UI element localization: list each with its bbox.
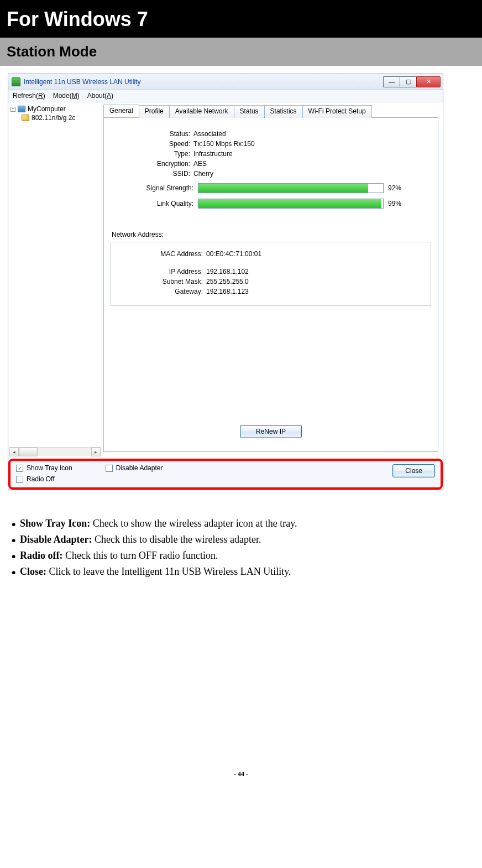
tree-horizontal-scrollbar[interactable]: ◂ ▸ <box>9 447 101 456</box>
tab-wifi-protect-setup[interactable]: Wi-Fi Protect Setup <box>302 105 372 118</box>
value-gateway: 192.168.1.123 <box>206 288 249 295</box>
label-status: Status: <box>111 130 193 138</box>
titlebar: Intelligent 11n USB Wireless LAN Utility… <box>8 74 443 90</box>
signal-strength-bar <box>198 183 384 193</box>
value-encryption: AES <box>193 160 207 168</box>
label-signal-strength: Signal Strength: <box>111 184 193 192</box>
general-panel: Status: Associated Speed: Tx:150 Mbps Rx… <box>103 118 438 452</box>
label-gateway: Gateway: <box>118 288 206 295</box>
tab-strip: General Profile Available Network Status… <box>103 105 438 118</box>
label-ssid: SSID: <box>111 170 193 178</box>
value-ssid: Cherry <box>193 170 213 178</box>
close-button[interactable]: Close <box>392 464 435 477</box>
value-speed: Tx:150 Mbps Rx:150 <box>193 140 255 148</box>
checkbox-disable-adapter[interactable]: Disable Adapter <box>106 464 163 472</box>
list-item: Close: Click to leave the Intelligent 11… <box>20 566 471 578</box>
value-type: Infrastructure <box>193 150 233 158</box>
description-list: Show Tray Icon: Check to show the wirele… <box>0 508 482 578</box>
footer-highlight-box: ✓ Show Tray Icon Radio Off Disable Adapt… <box>8 459 443 490</box>
checkbox-icon <box>106 465 113 472</box>
checkbox-icon: ✓ <box>16 465 23 472</box>
maximize-button[interactable]: ▢ <box>400 76 416 87</box>
menubar: Refresh(R) Mode(M) About(A) <box>8 90 443 102</box>
tab-profile[interactable]: Profile <box>139 105 170 118</box>
network-address-box: MAC Address: 00:E0:4C:71:00:01 IP Addres… <box>111 242 431 306</box>
list-item: Show Tray Icon: Check to show the wirele… <box>20 518 471 529</box>
window-close-button[interactable]: ✕ <box>416 76 441 87</box>
scroll-left-button[interactable]: ◂ <box>9 448 19 456</box>
tab-statistics[interactable]: Statistics <box>264 105 303 118</box>
label-type: Type: <box>111 150 193 158</box>
menu-about[interactable]: About(A) <box>87 92 113 100</box>
list-item: Radio off: Check this to turn OFF radio … <box>20 550 471 562</box>
label-subnet: Subnet Mask: <box>118 278 206 285</box>
value-mac: 00:E0:4C:71:00:01 <box>206 250 261 258</box>
value-signal-strength: 92% <box>388 184 401 192</box>
tree-root[interactable]: − MyComputer <box>9 105 101 113</box>
label-link-quality: Link Quality: <box>111 200 193 207</box>
link-quality-bar <box>198 199 384 209</box>
checkbox-label: Radio Off <box>27 475 54 483</box>
label-speed: Speed: <box>111 140 193 148</box>
list-item: Disable Adapter: Check this to disable t… <box>20 534 471 545</box>
page-heading-2: Station Mode <box>0 38 482 66</box>
label-ip: IP Address: <box>118 268 206 276</box>
tab-status[interactable]: Status <box>234 105 265 118</box>
page-heading-1: For Windows 7 <box>0 0 482 38</box>
device-tree: − MyComputer 802.11n/b/g 2c ◂ ▸ <box>8 102 102 459</box>
page-number: - 44 - <box>0 588 482 789</box>
checkbox-label: Show Tray Icon <box>27 464 72 472</box>
tree-root-label: MyComputer <box>28 105 66 113</box>
value-link-quality: 99% <box>388 200 401 207</box>
scroll-right-button[interactable]: ▸ <box>91 448 101 456</box>
tree-expander-icon[interactable]: − <box>11 107 15 112</box>
label-encryption: Encryption: <box>111 160 193 168</box>
app-window: Intelligent 11n USB Wireless LAN Utility… <box>8 74 443 490</box>
tab-available-network[interactable]: Available Network <box>169 105 234 118</box>
checkbox-icon <box>16 476 23 483</box>
tab-general[interactable]: General <box>103 105 139 117</box>
renew-ip-button[interactable]: ReNew IP <box>240 425 302 438</box>
computer-icon <box>18 106 25 112</box>
checkbox-label: Disable Adapter <box>116 464 163 472</box>
adapter-icon <box>22 115 29 121</box>
checkbox-radio-off[interactable]: Radio Off <box>16 475 72 483</box>
window-title: Intelligent 11n USB Wireless LAN Utility <box>24 78 140 86</box>
checkbox-show-tray-icon[interactable]: ✓ Show Tray Icon <box>16 464 72 472</box>
scroll-track[interactable] <box>19 448 91 456</box>
minimize-button[interactable]: — <box>383 76 400 87</box>
scroll-thumb[interactable] <box>19 448 38 456</box>
tree-adapter-label: 802.11n/b/g 2c <box>32 114 75 122</box>
app-icon <box>12 77 20 86</box>
value-subnet: 255.255.255.0 <box>206 278 249 285</box>
menu-mode[interactable]: Mode(M) <box>53 92 80 100</box>
label-network-address: Network Address: <box>111 231 431 238</box>
value-status: Associated <box>193 130 226 138</box>
menu-refresh[interactable]: Refresh(R) <box>13 92 45 100</box>
tree-adapter[interactable]: 802.11n/b/g 2c <box>9 113 101 122</box>
label-mac: MAC Address: <box>118 250 206 258</box>
value-ip: 192.168.1.102 <box>206 268 249 276</box>
